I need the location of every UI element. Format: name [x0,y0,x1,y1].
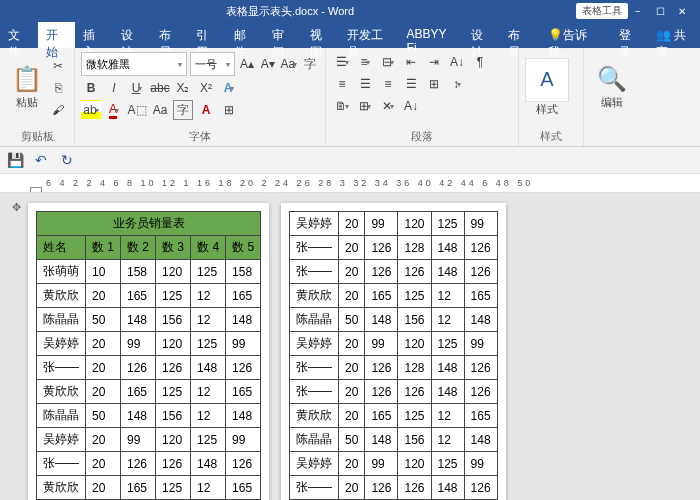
table-cell[interactable]: 20 [86,428,121,452]
table-cell[interactable]: 20 [86,356,121,380]
table-cell[interactable]: 165 [121,476,156,500]
table-cell[interactable]: 12 [191,308,226,332]
table-cell[interactable]: 148 [431,236,464,260]
table-cell[interactable]: 125 [398,284,431,308]
decrease-indent-button[interactable]: ⇤ [401,52,421,72]
shrink-font-button[interactable]: A▾ [259,54,277,74]
save-button[interactable]: 💾 [6,151,24,169]
table-cell[interactable]: 125 [431,212,464,236]
table-row[interactable]: 吴婷婷209912012599 [290,332,497,356]
tab-file[interactable]: 文件 [0,22,38,48]
table-cell[interactable]: 吴婷婷 [290,452,339,476]
tab-design[interactable]: 设计 [113,22,151,48]
table-row[interactable]: 黄欣欣2016512512165 [290,284,497,308]
tab-home[interactable]: 开始 [38,22,76,48]
tab-view[interactable]: 视图 [302,22,340,48]
table-row[interactable]: 吴婷婷209912012599 [290,212,497,236]
table-cell[interactable]: 126 [226,452,261,476]
tab-layout[interactable]: 布局 [151,22,189,48]
table-cell[interactable]: 张—— [290,356,339,380]
table-cell[interactable]: 12 [191,476,226,500]
table-cell[interactable]: 50 [86,404,121,428]
table-row[interactable]: 吴婷婷209912012599 [37,428,261,452]
table-cell[interactable]: 128 [398,236,431,260]
tab-review[interactable]: 审阅 [264,22,302,48]
table-cell[interactable]: 125 [431,332,464,356]
tab-mailings[interactable]: 邮件 [226,22,264,48]
table-cell[interactable]: 148 [431,476,464,500]
table-row[interactable]: 张——20126128148126 [290,356,497,380]
table-cell[interactable]: 20 [86,452,121,476]
table-cell[interactable]: 陈晶晶 [290,428,339,452]
table-cell[interactable]: 12 [431,308,464,332]
table-cell[interactable]: 吴婷婷 [37,332,86,356]
table-cell[interactable]: 126 [398,380,431,404]
table-cell[interactable]: 126 [156,356,191,380]
table-cell[interactable]: 吴婷婷 [37,428,86,452]
strikethrough-button[interactable]: abc [150,78,170,98]
table-cell[interactable]: 156 [398,428,431,452]
table-cell[interactable]: 165 [121,284,156,308]
table-cell[interactable]: 126 [365,356,398,380]
table-cell[interactable]: 148 [191,452,226,476]
table-cell[interactable]: 20 [86,380,121,404]
maximize-button[interactable]: ☐ [650,3,670,19]
table-cell[interactable]: 张—— [290,236,339,260]
table-cell[interactable]: 20 [86,476,121,500]
phonetic-guide-button[interactable]: 字 [301,54,319,74]
table-cell[interactable]: 99 [226,428,261,452]
table-cell[interactable]: 99 [464,332,497,356]
tab-references[interactable]: 引用 [188,22,226,48]
char-scaling-button[interactable]: ⊞ [219,100,239,120]
table-cell[interactable]: 黄欣欣 [37,284,86,308]
table-cell[interactable]: 12 [191,380,226,404]
table-row[interactable]: 吴婷婷209912012599 [37,332,261,356]
table-cell[interactable]: 12 [431,404,464,428]
table-cell[interactable]: 148 [464,428,497,452]
styles-button[interactable]: A 样式 [525,52,569,122]
table-cell[interactable]: 126 [365,236,398,260]
tab-abbyy[interactable]: ABBYY Fi [399,22,463,48]
table-cell[interactable]: 120 [398,452,431,476]
table-row[interactable]: 黄欣欣2016512512165 [37,284,261,308]
table-cell[interactable]: 吴婷婷 [290,212,339,236]
highlight-button[interactable]: ab▾ [81,100,101,120]
table-cell[interactable]: 148 [226,308,261,332]
table-cell[interactable]: 126 [121,356,156,380]
table-cell[interactable]: 125 [191,428,226,452]
table-cell[interactable]: 陈晶晶 [37,308,86,332]
table-cell[interactable]: 148 [191,356,226,380]
table-cell[interactable]: 吴婷婷 [290,332,339,356]
table-cell[interactable]: 165 [226,380,261,404]
table-cell[interactable]: 165 [464,404,497,428]
table-cell[interactable]: 148 [365,428,398,452]
table-cell[interactable]: 12 [431,284,464,308]
superscript-button[interactable]: X² [196,78,216,98]
table-cell[interactable]: 12 [191,404,226,428]
table-cell[interactable]: 125 [191,260,226,284]
table-cell[interactable]: 张—— [290,260,339,284]
borders-button[interactable]: ⊞▾ [355,96,375,116]
table-cell[interactable]: 99 [121,332,156,356]
table-cell[interactable]: 126 [156,452,191,476]
table-row[interactable]: 吴婷婷209912012599 [290,452,497,476]
table-cell[interactable]: 20 [339,284,365,308]
table-cell[interactable]: 张—— [290,476,339,500]
table-cell[interactable]: 20 [86,332,121,356]
table-cell[interactable]: 125 [431,452,464,476]
table-cell[interactable]: 165 [464,284,497,308]
change-case-button[interactable]: Aa▾ [280,54,299,74]
bold-button[interactable]: B [81,78,101,98]
table-cell[interactable]: 20 [339,452,365,476]
table-cell[interactable]: 126 [464,236,497,260]
table-cell[interactable]: 99 [121,428,156,452]
tab-insert[interactable]: 插入 [75,22,113,48]
subscript-button[interactable]: X₂ [173,78,193,98]
table-cell[interactable]: 120 [398,212,431,236]
table-handle-icon[interactable]: ✥ [12,201,21,214]
table-row[interactable]: 张——20126126148126 [37,356,261,380]
sort-button[interactable]: A↓ [447,52,467,72]
editing-button[interactable]: 🔍 编辑 [590,52,634,122]
table-cell[interactable]: 99 [464,212,497,236]
table-row[interactable]: 张——20126126148126 [290,476,497,500]
